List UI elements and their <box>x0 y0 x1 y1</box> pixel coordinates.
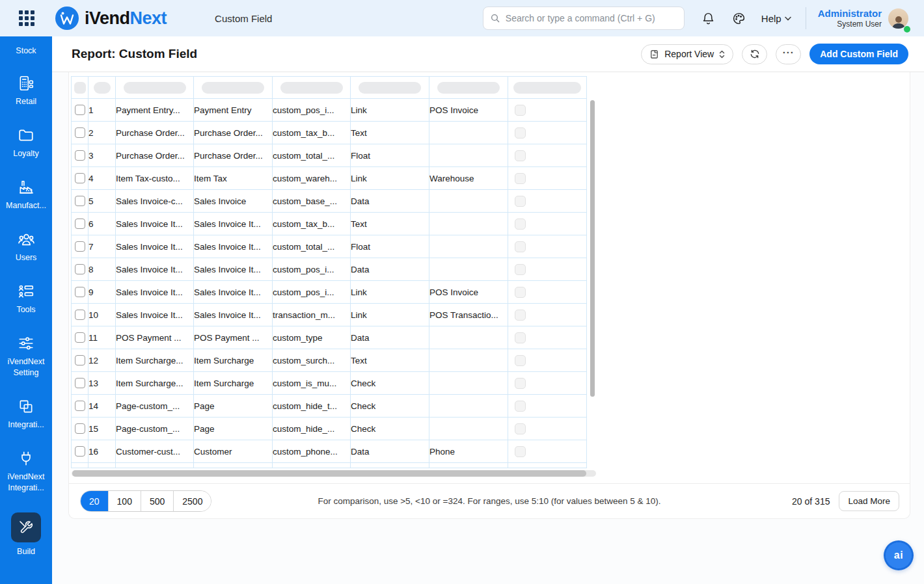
table-row[interactable]: 1 Payment Entry... Payment Entry custom_… <box>72 99 587 122</box>
flag-checkbox[interactable] <box>515 127 526 139</box>
flag-checkbox[interactable] <box>515 173 526 184</box>
table-row[interactable]: 10 Sales Invoice It... Sales Invoice It.… <box>72 304 587 326</box>
cell-name: Sales Invoice-c... <box>116 190 194 213</box>
table-row[interactable]: 12 Item Surcharge... Item Surcharge cust… <box>72 349 587 372</box>
user-menu[interactable]: Administrator System User <box>818 8 882 29</box>
refresh-button[interactable] <box>742 44 767 64</box>
header-doctype-cell[interactable] <box>194 77 273 99</box>
cell-doctype: Sales Invoice It... <box>194 304 273 326</box>
search-input[interactable] <box>506 13 677 23</box>
row-checkbox[interactable] <box>75 332 85 343</box>
cell-flag <box>508 395 587 418</box>
header-flag-cell[interactable] <box>508 77 587 99</box>
row-checkbox[interactable] <box>75 287 85 297</box>
header-name-cell[interactable] <box>116 77 194 99</box>
flag-checkbox[interactable] <box>515 105 526 116</box>
table-row[interactable]: 3 Purchase Order... Purchase Order... cu… <box>72 144 587 167</box>
row-checkbox[interactable] <box>75 310 85 320</box>
avatar[interactable] <box>888 8 908 29</box>
flag-checkbox[interactable] <box>515 332 526 343</box>
clipped-cell <box>72 463 88 468</box>
table-row[interactable]: 9 Sales Invoice It... Sales Invoice It..… <box>72 281 587 304</box>
sidebar-item-ivendnext-setting[interactable]: iVendNext Setting <box>1 334 51 378</box>
sidebar-item-build[interactable]: Build <box>1 512 51 557</box>
flag-checkbox[interactable] <box>515 401 526 412</box>
load-more-button[interactable]: Load More <box>839 491 899 511</box>
sidebar-item-manufacturing[interactable]: Manufact... <box>1 178 51 211</box>
page-size-20[interactable]: 20 <box>81 491 109 511</box>
theme-switcher-button[interactable] <box>732 12 746 25</box>
page-size-2500[interactable]: 2500 <box>174 491 211 511</box>
more-menu-button[interactable]: ··· <box>776 44 801 64</box>
row-checkbox[interactable] <box>75 264 85 274</box>
row-checkbox[interactable] <box>75 378 85 388</box>
row-checkbox[interactable] <box>75 401 85 411</box>
table-row[interactable]: 8 Sales Invoice It... Sales Invoice It..… <box>72 258 587 281</box>
row-checkbox[interactable] <box>75 219 85 229</box>
page-size-100[interactable]: 100 <box>109 491 141 511</box>
table-row[interactable]: 2 Purchase Order... Purchase Order... cu… <box>72 122 587 144</box>
row-select-cell <box>72 190 88 213</box>
horizontal-scrollbar-thumb[interactable] <box>72 470 586 477</box>
row-checkbox[interactable] <box>75 173 85 183</box>
flag-checkbox[interactable] <box>515 378 526 389</box>
flag-checkbox[interactable] <box>515 219 526 230</box>
sidebar-active-tile <box>11 512 41 542</box>
flag-checkbox[interactable] <box>515 355 526 366</box>
row-checkbox[interactable] <box>75 241 85 252</box>
table-row[interactable]: 14 Page-custom_... Page custom_hide_t...… <box>72 395 587 418</box>
notifications-button[interactable] <box>701 12 715 25</box>
header-select-cell[interactable] <box>72 77 88 99</box>
vertical-scrollbar-thumb[interactable] <box>590 100 595 397</box>
flag-checkbox[interactable] <box>515 264 526 275</box>
header-options-cell[interactable] <box>429 77 508 99</box>
help-menu[interactable]: Help <box>761 13 791 24</box>
report-card: 1 Payment Entry... Payment Entry custom_… <box>68 72 910 519</box>
table-row[interactable]: 5 Sales Invoice-c... Sales Invoice custo… <box>72 190 587 213</box>
row-checkbox[interactable] <box>75 446 85 457</box>
flag-checkbox[interactable] <box>515 310 526 321</box>
table-row[interactable]: 13 Item Surcharge... Item Surcharge cust… <box>72 372 587 395</box>
sidebar-item-tools[interactable]: Tools <box>1 282 51 315</box>
page-size-500[interactable]: 500 <box>141 491 174 511</box>
cell-name: Item Tax-custo... <box>116 167 194 190</box>
flag-checkbox[interactable] <box>515 423 526 434</box>
cell-name: Sales Invoice It... <box>116 213 194 235</box>
flag-checkbox[interactable] <box>515 196 526 207</box>
brand-name: iVendNext <box>85 8 167 29</box>
ai-assistant-button[interactable]: ai <box>884 540 914 570</box>
clipped-cell <box>194 463 273 468</box>
cell-fieldname: custom_tax_b... <box>273 122 351 144</box>
header-fieldtype-cell[interactable] <box>351 77 429 99</box>
sidebar-item-users[interactable]: Users <box>1 230 51 263</box>
page-content: 1 Payment Entry... Payment Entry custom_… <box>52 72 924 584</box>
apps-grid-icon[interactable] <box>18 10 35 27</box>
table-row[interactable]: 7 Sales Invoice It... Sales Invoice It..… <box>72 235 587 258</box>
sidebar-item-stock[interactable]: Stock <box>1 46 51 57</box>
table-row[interactable]: 15 Page-custom_... Page custom_hide_... … <box>72 418 587 440</box>
add-custom-field-button[interactable]: Add Custom Field <box>809 44 908 64</box>
row-checkbox[interactable] <box>75 196 85 206</box>
flag-checkbox[interactable] <box>515 446 526 457</box>
row-checkbox[interactable] <box>75 127 85 138</box>
table-row[interactable]: 16 Customer-cust... Customer custom_phon… <box>72 440 587 463</box>
row-checkbox[interactable] <box>75 105 85 115</box>
flag-checkbox[interactable] <box>515 241 526 252</box>
row-checkbox[interactable] <box>75 423 85 434</box>
row-checkbox[interactable] <box>75 150 85 161</box>
table-row[interactable]: 6 Sales Invoice It... Sales Invoice It..… <box>72 213 587 235</box>
report-view-dropdown[interactable]: Report View <box>641 44 733 64</box>
global-search[interactable] <box>483 7 685 30</box>
sidebar-item-integrations[interactable]: Integrati... <box>1 397 51 431</box>
flag-checkbox[interactable] <box>515 287 526 298</box>
row-checkbox[interactable] <box>75 355 85 365</box>
brand-logo[interactable]: iVendNext <box>55 6 167 31</box>
header-fieldname-cell[interactable] <box>273 77 351 99</box>
sidebar-item-loyalty[interactable]: Loyalty <box>1 126 51 159</box>
table-row[interactable]: 4 Item Tax-custo... Item Tax custom_ware… <box>72 167 587 190</box>
table-row[interactable]: 11 POS Payment ... POS Payment ... custo… <box>72 326 587 349</box>
flag-checkbox[interactable] <box>515 150 526 161</box>
sidebar-item-ivendnext-integration[interactable]: iVendNext Integrati... <box>1 449 51 494</box>
sidebar-item-retail[interactable]: Retail <box>1 74 51 107</box>
cell-options: POS Invoice <box>429 281 508 304</box>
